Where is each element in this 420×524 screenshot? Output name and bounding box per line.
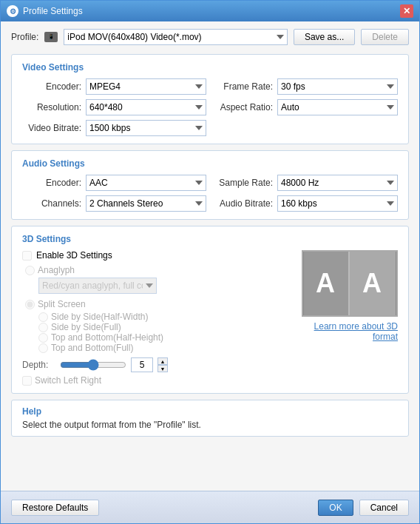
depth-slider[interactable] — [60, 359, 126, 371]
profile-row: Profile: 📱 iPod MOV(640x480) Video(*.mov… — [11, 29, 409, 45]
footer-left: Restore Defaults — [11, 500, 318, 516]
top-bottom-full-radio[interactable] — [38, 343, 48, 353]
side-by-side-half-radio[interactable] — [38, 312, 48, 322]
help-text: Select the output format from the "Profi… — [22, 420, 398, 430]
delete-button[interactable]: Delete — [361, 29, 409, 45]
ok-button[interactable]: OK — [318, 500, 353, 516]
enable-3d-checkbox[interactable] — [22, 251, 32, 261]
encoder-select[interactable]: MPEG4 H.264 H.265 — [86, 78, 206, 95]
resolution-select[interactable]: 640*480 1280*720 — [86, 99, 206, 115]
sample-rate-select[interactable]: 48000 Hz 44100 Hz — [277, 175, 398, 191]
channels-row: Channels: 2 Channels Stereo Mono — [22, 195, 206, 212]
profile-device-icon: 📱 — [44, 32, 58, 42]
depth-up-button[interactable]: ▲ — [158, 357, 168, 365]
footer-right: OK Cancel — [318, 500, 409, 516]
cancel-button[interactable]: Cancel — [359, 500, 409, 516]
top-bottom-full-label: Top and Bottom(Full) — [51, 343, 133, 353]
profile-settings-dialog: ⚙ Profile Settings ✕ Profile: 📱 iPod MOV… — [0, 0, 420, 524]
depth-spinner: ▲ ▼ — [158, 357, 168, 372]
aspect-ratio-row: Aspect Ratio: Auto 4:3 — [214, 99, 398, 115]
video-settings-grid: Encoder: MPEG4 H.264 H.265 Frame Rate: 3… — [22, 78, 398, 136]
frame-rate-select[interactable]: 30 fps 24 fps 25 fps — [277, 78, 398, 95]
settings-3d-section: 3D Settings Enable 3D Settings Anaglyph — [11, 226, 409, 394]
resolution-label: Resolution: — [22, 102, 81, 112]
close-button[interactable]: ✕ — [400, 4, 413, 18]
top-bottom-half-label: Top and Bottom(Half-Height) — [51, 332, 163, 343]
audio-settings-title: Audio Settings — [22, 158, 398, 169]
audio-encoder-label: Encoder: — [22, 178, 81, 188]
preview-left-text: A — [316, 268, 336, 299]
channels-select[interactable]: 2 Channels Stereo Mono — [86, 195, 206, 212]
side-by-side-full-label: Side by Side(Full) — [51, 322, 121, 332]
preview-left: A — [304, 252, 350, 315]
title-bar-icon: ⚙ — [7, 5, 18, 17]
top-bottom-half-radio[interactable] — [38, 333, 48, 343]
title-bar-title: Profile Settings — [23, 6, 400, 16]
top-bottom-half-row: Top and Bottom(Half-Height) — [38, 332, 294, 343]
sample-rate-label: Sample Rate: — [214, 178, 273, 188]
encoder-label: Encoder: — [22, 81, 81, 92]
title-bar: ⚙ Profile Settings ✕ — [1, 1, 419, 21]
audio-encoder-row: Encoder: AAC MP3 — [22, 175, 206, 191]
anaglyph-row: Anaglyph — [25, 265, 294, 275]
settings-3d-inner: Enable 3D Settings Anaglyph Red/cyan ana… — [22, 250, 398, 386]
encoder-row: Encoder: MPEG4 H.264 H.265 — [22, 78, 206, 95]
learn-more-row: Learn more about 3D format — [302, 321, 398, 342]
3d-preview-box: A A — [302, 250, 398, 317]
footer: Restore Defaults OK Cancel — [1, 491, 419, 523]
learn-more-link[interactable]: Learn more about 3D format — [314, 321, 398, 342]
settings-3d-title: 3D Settings — [22, 234, 398, 244]
anaglyph-label: Anaglyph — [38, 265, 75, 275]
side-by-side-full-row: Side by Side(Full) — [38, 322, 294, 332]
help-section: Help Select the output format from the "… — [11, 400, 409, 437]
depth-value-input[interactable] — [131, 357, 153, 372]
audio-bitrate-row: Audio Bitrate: 160 kbps 128 kbps — [214, 195, 398, 212]
profile-label: Profile: — [11, 32, 38, 42]
resolution-row: Resolution: 640*480 1280*720 — [22, 99, 206, 115]
split-screen-row: Split Screen — [25, 299, 294, 309]
frame-rate-row: Frame Rate: 30 fps 24 fps 25 fps — [214, 78, 398, 95]
channels-label: Channels: — [22, 198, 81, 209]
preview-right: A — [350, 252, 396, 315]
preview-right-text: A — [362, 268, 383, 299]
side-by-side-half-row: Side by Side(Half-Width) — [38, 312, 294, 322]
video-bitrate-label: Video Bitrate: — [22, 123, 81, 133]
side-by-side-full-radio[interactable] — [38, 323, 48, 332]
audio-settings-grid: Encoder: AAC MP3 Sample Rate: 48000 Hz 4… — [22, 175, 398, 212]
profile-select[interactable]: iPod MOV(640x480) Video(*.mov) — [64, 29, 288, 45]
3d-mode-group: Anaglyph Red/cyan anaglyph, full color S… — [25, 265, 294, 353]
enable-3d-label: Enable 3D Settings — [36, 250, 112, 261]
audio-encoder-select[interactable]: AAC MP3 — [86, 175, 206, 191]
switch-lr-checkbox[interactable] — [22, 376, 32, 386]
split-screen-options: Side by Side(Half-Width) Side by Side(Fu… — [38, 312, 294, 353]
depth-down-button[interactable]: ▼ — [158, 365, 168, 372]
depth-row: Depth: ▲ ▼ — [22, 357, 294, 372]
depth-label: Depth: — [22, 360, 55, 370]
content-area: Profile: 📱 iPod MOV(640x480) Video(*.mov… — [1, 21, 419, 491]
audio-bitrate-select[interactable]: 160 kbps 128 kbps — [277, 195, 398, 212]
audio-settings-section: Audio Settings Encoder: AAC MP3 Sample R… — [11, 150, 409, 220]
side-by-side-half-label: Side by Side(Half-Width) — [51, 312, 148, 322]
help-title: Help — [22, 406, 398, 417]
audio-bitrate-label: Audio Bitrate: — [214, 198, 273, 209]
anaglyph-options-row: Red/cyan anaglyph, full color — [38, 278, 294, 294]
video-bitrate-row: Video Bitrate: 1500 kbps 2000 kbps — [22, 120, 206, 136]
sample-rate-row: Sample Rate: 48000 Hz 44100 Hz — [214, 175, 398, 191]
anaglyph-radio[interactable] — [25, 266, 35, 275]
top-bottom-full-row: Top and Bottom(Full) — [38, 343, 294, 353]
video-bitrate-select[interactable]: 1500 kbps 2000 kbps — [86, 120, 206, 136]
restore-defaults-button[interactable]: Restore Defaults — [11, 500, 99, 516]
split-screen-label: Split Screen — [38, 299, 86, 309]
anaglyph-type-select[interactable]: Red/cyan anaglyph, full color — [38, 278, 157, 294]
video-settings-title: Video Settings — [22, 62, 398, 73]
switch-lr-label: Switch Left Right — [35, 375, 101, 386]
enable-3d-row: Enable 3D Settings — [22, 250, 294, 261]
video-settings-section: Video Settings Encoder: MPEG4 H.264 H.26… — [11, 54, 409, 144]
save-as-button[interactable]: Save as... — [294, 29, 355, 45]
aspect-ratio-select[interactable]: Auto 4:3 — [277, 99, 398, 115]
settings-3d-right: A A Learn more about 3D format — [302, 250, 398, 386]
frame-rate-label: Frame Rate: — [214, 81, 273, 92]
aspect-ratio-label: Aspect Ratio: — [214, 102, 273, 112]
settings-3d-left: Enable 3D Settings Anaglyph Red/cyan ana… — [22, 250, 294, 386]
split-screen-radio[interactable] — [25, 300, 35, 309]
